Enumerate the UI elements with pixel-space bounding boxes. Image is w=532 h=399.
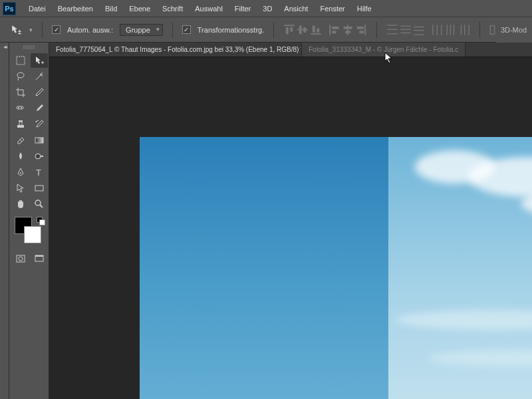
align-hcenter-icon[interactable] <box>342 24 354 36</box>
hand-tool-icon[interactable] <box>12 197 29 211</box>
svg-rect-31 <box>450 25 451 35</box>
canvas-area[interactable] <box>49 57 532 399</box>
auto-select-label: Autom. ausw.: <box>67 26 113 34</box>
menu-bearbeiten[interactable]: Bearbeiten <box>52 5 99 13</box>
screen-mode-icon[interactable] <box>31 251 48 266</box>
type-tool-icon[interactable]: T <box>31 165 48 180</box>
magic-wand-tool-icon[interactable] <box>31 69 48 84</box>
svg-rect-11 <box>332 31 336 33</box>
dist-top-icon[interactable] <box>386 24 398 36</box>
svg-rect-24 <box>414 26 424 27</box>
menu-3d[interactable]: 3D <box>257 5 278 13</box>
svg-rect-27 <box>433 25 434 35</box>
svg-rect-12 <box>347 25 348 35</box>
auto-select-checkbox[interactable]: ✓ <box>52 25 61 34</box>
align-bottom-icon[interactable] <box>310 24 322 36</box>
svg-rect-15 <box>364 25 366 35</box>
mode-switcher[interactable]: 3D-Mod <box>495 17 532 43</box>
dist-left-icon[interactable] <box>432 24 444 36</box>
svg-point-42 <box>21 107 22 108</box>
dist-hcenter-icon[interactable] <box>445 24 457 36</box>
svg-rect-18 <box>388 25 398 25</box>
svg-rect-34 <box>464 25 465 35</box>
pen-tool-icon[interactable] <box>12 165 29 180</box>
menu-datei[interactable]: Datei <box>23 5 52 13</box>
menu-bild[interactable]: Bild <box>99 5 123 13</box>
dist-bottom-icon[interactable] <box>413 24 425 36</box>
svg-rect-19 <box>388 29 398 29</box>
panel-collapse-strip[interactable]: ◂◂ <box>0 43 9 399</box>
path-selection-tool-icon[interactable] <box>12 181 29 196</box>
svg-rect-16 <box>357 26 364 29</box>
app-logo: Ps <box>3 2 16 15</box>
svg-point-48 <box>20 172 21 174</box>
svg-rect-9 <box>330 25 331 35</box>
svg-rect-35 <box>469 25 469 35</box>
crop-tool-icon[interactable] <box>12 85 29 100</box>
svg-point-47 <box>37 155 39 158</box>
svg-rect-21 <box>401 25 411 26</box>
svg-rect-38 <box>17 57 25 65</box>
marquee-tool-icon[interactable] <box>12 53 29 68</box>
svg-rect-8 <box>317 28 320 32</box>
zoom-tool-icon[interactable] <box>31 197 48 211</box>
svg-rect-55 <box>35 255 43 257</box>
healing-brush-tool-icon[interactable] <box>12 101 29 116</box>
menu-ansicht[interactable]: Ansicht <box>278 5 314 13</box>
tab-label: Fotolia_31333343_M - © Jürgen Fälchle - … <box>309 46 458 53</box>
svg-rect-13 <box>344 26 352 29</box>
svg-point-51 <box>35 200 41 205</box>
blur-tool-icon[interactable] <box>12 149 29 164</box>
quick-mask-icon[interactable] <box>12 251 29 266</box>
svg-rect-26 <box>414 34 424 35</box>
auto-select-dropdown[interactable]: Gruppe <box>120 24 163 36</box>
svg-point-39 <box>17 72 24 78</box>
align-left-icon[interactable] <box>329 24 340 36</box>
svg-rect-7 <box>313 25 315 32</box>
brush-tool-icon[interactable] <box>31 101 48 116</box>
transform-checkbox[interactable]: ✓ <box>182 25 191 34</box>
eraser-tool-icon[interactable] <box>12 133 29 148</box>
eyedropper-tool-icon[interactable] <box>31 85 48 100</box>
menu-filter[interactable]: Filter <box>229 5 257 13</box>
svg-rect-6 <box>311 33 321 35</box>
dodge-tool-icon[interactable] <box>31 149 48 164</box>
svg-rect-25 <box>414 30 424 31</box>
toolbox: T <box>9 43 49 399</box>
tab-label: Fotolia_7775064_L © Thaut Images - Fotol… <box>56 46 302 53</box>
background-color[interactable] <box>24 226 41 243</box>
align-right-icon[interactable] <box>355 24 367 36</box>
align-top-icon[interactable] <box>283 24 295 36</box>
distribute-group <box>386 24 425 36</box>
dist-right-icon[interactable] <box>458 24 470 36</box>
gradient-tool-icon[interactable] <box>31 133 48 148</box>
menu-hilfe[interactable]: Hilfe <box>351 5 378 13</box>
svg-rect-36 <box>491 25 495 34</box>
svg-rect-44 <box>19 120 23 122</box>
svg-point-41 <box>18 107 19 108</box>
document-tab-inactive[interactable]: Fotolia_31333343_M - © Jürgen Fälchle - … <box>302 43 466 57</box>
align-h-group <box>329 24 367 36</box>
clone-stamp-tool-icon[interactable] <box>12 117 29 132</box>
align-vcenter-icon[interactable] <box>297 24 309 36</box>
menu-fenster[interactable]: Fenster <box>314 5 350 13</box>
rectangle-tool-icon[interactable] <box>31 181 48 196</box>
placed-layer <box>388 137 532 399</box>
svg-rect-2 <box>291 27 293 31</box>
svg-rect-28 <box>437 25 438 35</box>
svg-rect-14 <box>345 31 350 33</box>
move-tool-icon[interactable] <box>31 53 48 68</box>
lasso-tool-icon[interactable] <box>12 69 29 84</box>
options-bar: ▾ ✓ Autom. ausw.: Gruppe ✓ Transformatio… <box>0 17 532 43</box>
document-tab-active[interactable]: Fotolia_7775064_L © Thaut Images - Fotol… <box>49 43 302 57</box>
dist-vcenter-icon[interactable] <box>400 24 412 36</box>
color-swatches[interactable] <box>13 217 45 246</box>
menu-ebene[interactable]: Ebene <box>123 5 156 13</box>
menu-schrift[interactable]: Schrift <box>156 5 189 13</box>
svg-text:T: T <box>36 168 41 178</box>
svg-rect-50 <box>35 186 43 191</box>
menu-auswahl[interactable]: Auswahl <box>189 5 229 13</box>
default-colors-icon[interactable] <box>37 217 43 223</box>
svg-rect-17 <box>360 31 364 33</box>
history-brush-tool-icon[interactable] <box>31 117 48 132</box>
